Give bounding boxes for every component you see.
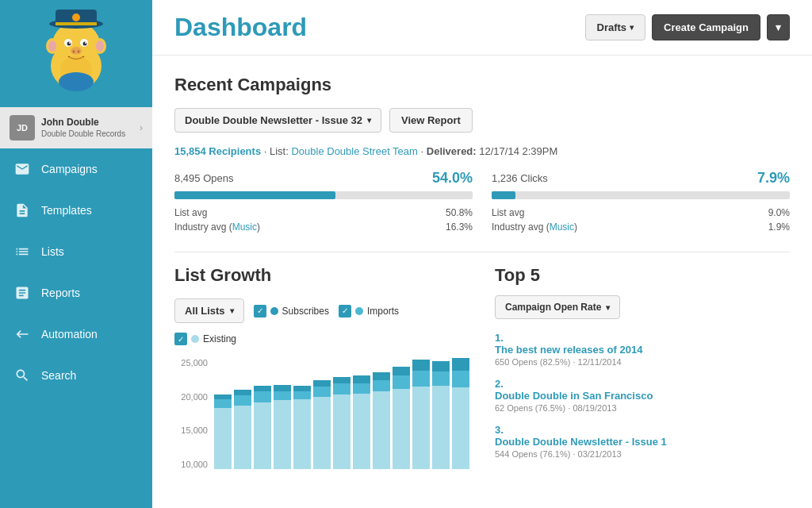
imports-checkbox[interactable]: ✓ Imports	[339, 305, 399, 318]
existing-label: Existing	[203, 333, 236, 344]
clicks-progress-fill	[492, 191, 515, 199]
bar-imports	[234, 395, 251, 406]
drafts-button[interactable]: Drafts	[585, 14, 646, 40]
top5-item-3-link[interactable]: Double Double Newsletter - Issue 1	[495, 436, 790, 448]
existing-check-icon: ✓	[174, 333, 187, 345]
topbar-actions: Drafts Create Campaign ▾	[585, 14, 791, 40]
subscribes-checkbox[interactable]: ✓ Subscribes	[254, 305, 329, 318]
bar-subscribes	[373, 372, 390, 380]
top5-item-2-meta: 62 Opens (76.5%) · 08/19/2013	[495, 403, 790, 413]
svg-point-10	[69, 42, 71, 44]
campaign-select-button[interactable]: Double Double Newsletter - Issue 32	[174, 108, 381, 133]
list-growth-section: List Growth All Lists ✓ Subscribes ✓ Imp…	[174, 265, 469, 485]
clicks-pct: 7.9%	[757, 170, 790, 187]
page-title: Dashboard	[174, 13, 307, 42]
list-item: 2. Double Double in San Francisco 62 Ope…	[495, 378, 790, 413]
bar-existing	[353, 394, 370, 469]
bottom-section: List Growth All Lists ✓ Subscribes ✓ Imp…	[174, 265, 790, 485]
top5-section: Top 5 Campaign Open Rate 1. The best new…	[495, 265, 790, 485]
nav-automation[interactable]: Automation	[0, 314, 152, 355]
automation-label: Automation	[41, 328, 98, 341]
lists-icon	[13, 242, 32, 261]
view-report-button[interactable]: View Report	[389, 108, 473, 133]
svg-point-20	[59, 72, 94, 91]
rank-1: 1.	[495, 332, 504, 344]
content: Recent Campaigns Double Double Newslette…	[152, 56, 812, 504]
top5-title: Top 5	[495, 265, 790, 286]
imports-dot	[355, 307, 363, 315]
opens-list-avg-label: List avg	[174, 207, 207, 218]
main-content: Dashboard Drafts Create Campaign ▾ Recen…	[152, 0, 812, 508]
chart-bars	[214, 358, 469, 469]
campaigns-label: Campaigns	[41, 163, 98, 175]
nav-reports[interactable]: Reports	[0, 272, 152, 314]
rank-2: 2.	[495, 378, 504, 390]
rank-3: 3.	[495, 424, 504, 436]
all-lists-button[interactable]: All Lists	[174, 298, 244, 323]
bar-group	[432, 358, 450, 469]
bar-subscribes	[412, 360, 430, 371]
svg-point-9	[83, 41, 87, 45]
opens-progress-fill	[174, 191, 335, 199]
bar-imports	[432, 371, 450, 386]
nav-campaigns[interactable]: Campaigns	[0, 148, 152, 190]
recent-campaigns-section: Recent Campaigns Double Double Newslette…	[174, 75, 790, 236]
bar-group	[333, 358, 350, 469]
list-name-link[interactable]: Double Double Street Team	[291, 145, 417, 157]
bar-existing	[432, 386, 450, 469]
bar-existing	[412, 387, 430, 469]
opens-pct: 54.0%	[432, 170, 473, 187]
bar-group	[214, 358, 232, 469]
existing-dot	[191, 335, 199, 343]
opens-metric: 8,495 Opens 54.0% List avg 50.8% Industr…	[174, 170, 473, 236]
subscribes-check-icon: ✓	[254, 305, 266, 318]
bar-imports	[333, 383, 350, 394]
sidebar: JD John Double Double Double Records › C…	[0, 0, 152, 508]
bar-group	[452, 358, 469, 469]
bar-imports	[393, 375, 410, 389]
bar-imports	[274, 391, 291, 400]
nav-lists[interactable]: Lists	[0, 231, 152, 272]
opens-industry-link[interactable]: Music	[232, 221, 257, 233]
user-info: John Double Double Double Records	[41, 117, 140, 140]
user-profile[interactable]: JD John Double Double Double Records ›	[0, 107, 152, 148]
reports-label: Reports	[41, 287, 80, 299]
bar-subscribes	[254, 386, 271, 391]
nav-templates[interactable]: Templates	[0, 190, 152, 231]
user-chevron-icon: ›	[140, 122, 143, 133]
top5-item-2-link[interactable]: Double Double in San Francisco	[495, 390, 790, 402]
top5-item-1-link[interactable]: The best new releases of 2014	[495, 344, 790, 356]
nav-search[interactable]: Search	[0, 355, 152, 396]
bar-imports	[373, 380, 390, 391]
bar-existing	[452, 387, 469, 469]
existing-checkbox[interactable]: ✓ Existing	[174, 333, 236, 345]
bar-imports	[452, 371, 469, 387]
opens-label: 8,495 Opens	[174, 172, 233, 184]
list-item: 1. The best new releases of 2014 650 Ope…	[495, 332, 790, 367]
svg-point-5	[72, 13, 80, 21]
opens-industry-val: 16.3%	[446, 221, 473, 233]
top5-filter-button[interactable]: Campaign Open Rate	[495, 295, 620, 319]
automation-icon	[13, 325, 32, 344]
svg-point-12	[71, 47, 82, 55]
bar-group	[274, 358, 291, 469]
sidebar-logo	[0, 0, 152, 107]
bar-group	[313, 358, 331, 469]
svg-rect-4	[56, 22, 97, 25]
create-campaign-dropdown-button[interactable]: ▾	[767, 14, 790, 40]
bar-group	[254, 358, 271, 469]
campaigns-icon	[13, 160, 32, 179]
list-growth-title: List Growth	[174, 265, 469, 286]
bar-group	[353, 358, 370, 469]
clicks-metric: 1,236 Clicks 7.9% List avg 9.0% Industry…	[492, 170, 790, 236]
create-campaign-button[interactable]: Create Campaign	[652, 14, 760, 40]
templates-icon	[13, 201, 32, 220]
bar-imports	[214, 399, 232, 408]
bar-existing	[393, 389, 410, 469]
bar-existing	[254, 402, 271, 469]
subscribes-dot	[270, 307, 278, 315]
clicks-list-avg-label: List avg	[492, 207, 524, 218]
top5-item-1-meta: 650 Opens (82.5%) · 12/11/2014	[495, 357, 790, 367]
metrics-row: 8,495 Opens 54.0% List avg 50.8% Industr…	[174, 170, 790, 236]
clicks-industry-link[interactable]: Music	[550, 221, 574, 233]
